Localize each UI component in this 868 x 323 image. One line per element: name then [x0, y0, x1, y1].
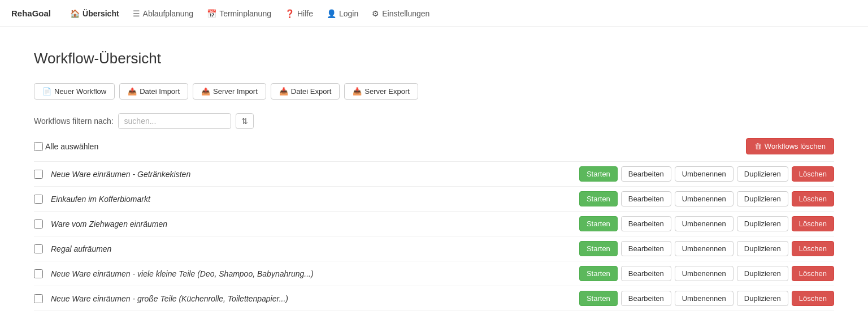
rename-button-3[interactable]: Umbenennen	[675, 216, 734, 231]
workflow-actions-1: Starten Bearbeiten Umbenennen Dupliziere…	[579, 166, 834, 182]
workflow-checkbox-4[interactable]	[34, 244, 43, 253]
workflow-checkbox-6[interactable]	[34, 294, 43, 303]
rename-button-4[interactable]: Umbenennen	[675, 241, 734, 256]
start-button-3[interactable]: Starten	[579, 216, 618, 231]
workflow-checkbox-3[interactable]	[34, 219, 43, 229]
page-title: Workflow-Übersicht	[34, 50, 834, 67]
workflow-item: Einkaufen im Kofferbiomarkt Starten Bear…	[34, 187, 834, 212]
datei-import-icon: 📤	[128, 87, 137, 96]
workflow-name-5: Neue Ware einräumen - viele kleine Teile…	[51, 269, 574, 278]
uebersicht-icon: 🏠	[70, 9, 80, 18]
workflow-name-2: Einkaufen im Kofferbiomarkt	[51, 195, 574, 204]
nav-item-terminplanung[interactable]: 📅Terminplanung	[201, 6, 277, 21]
server-import-button[interactable]: 📤Server Import	[193, 83, 266, 100]
duplicate-button-1[interactable]: Duplizieren	[737, 166, 788, 182]
start-button-4[interactable]: Starten	[579, 241, 618, 256]
workflow-actions-4: Starten Bearbeiten Umbenennen Dupliziere…	[579, 241, 834, 256]
rename-button-1[interactable]: Umbenennen	[675, 166, 734, 182]
toolbar: 📄Neuer Workflow📤Datei Import📤Server Impo…	[34, 83, 834, 100]
workflow-actions-5: Starten Bearbeiten Umbenennen Dupliziere…	[579, 266, 834, 281]
nav-label-login: Login	[339, 9, 358, 18]
nav-label-uebersicht: Übersicht	[83, 9, 119, 18]
select-all-checkbox[interactable]	[34, 142, 43, 151]
workflow-checkbox-2[interactable]	[34, 195, 43, 204]
workflow-name-1: Neue Ware einräumen - Getränkekisten	[51, 170, 574, 179]
start-button-2[interactable]: Starten	[579, 191, 618, 206]
server-export-icon: 📥	[353, 87, 362, 96]
delete-button-6[interactable]: Löschen	[792, 291, 834, 306]
delete-button-2[interactable]: Löschen	[792, 191, 834, 206]
new-workflow-icon: 📄	[42, 87, 51, 96]
duplicate-button-3[interactable]: Duplizieren	[737, 216, 788, 231]
rename-button-6[interactable]: Umbenennen	[675, 291, 734, 306]
delete-all-area: 🗑 Workflows löschen	[746, 138, 834, 154]
datei-export-icon: 📥	[279, 87, 288, 96]
workflow-actions-3: Starten Bearbeiten Umbenennen Dupliziere…	[579, 216, 834, 231]
nav-item-einstellungen[interactable]: ⚙Einstellungen	[366, 6, 435, 21]
brand-logo: RehaGoal	[11, 8, 51, 18]
duplicate-button-6[interactable]: Duplizieren	[737, 291, 788, 306]
workflow-item: Regal aufräumen Starten Bearbeiten Umben…	[34, 236, 834, 261]
rename-button-2[interactable]: Umbenennen	[675, 191, 734, 206]
new-workflow-button[interactable]: 📄Neuer Workflow	[34, 83, 115, 100]
server-export-button[interactable]: 📥Server Export	[344, 83, 418, 100]
edit-button-4[interactable]: Bearbeiten	[621, 241, 671, 256]
einstellungen-icon: ⚙	[372, 9, 379, 18]
search-input[interactable]	[118, 113, 231, 129]
workflow-actions-2: Starten Bearbeiten Umbenennen Dupliziere…	[579, 191, 834, 206]
workflow-item: Ware vom Ziehwagen einräumen Starten Bea…	[34, 212, 834, 236]
delete-button-5[interactable]: Löschen	[792, 266, 834, 281]
workflow-checkbox-5[interactable]	[34, 269, 43, 278]
duplicate-button-5[interactable]: Duplizieren	[737, 266, 788, 281]
nav-item-uebersicht[interactable]: 🏠Übersicht	[64, 6, 125, 21]
trash-icon: 🗑	[754, 142, 762, 150]
hilfe-icon: ❓	[285, 9, 294, 18]
datei-import-button[interactable]: 📤Datei Import	[119, 83, 188, 100]
sort-button[interactable]: ⇅	[236, 113, 254, 129]
delete-all-label: Workflows löschen	[765, 142, 826, 150]
nav-item-ablaufplanung[interactable]: ☰Ablaufplanung	[127, 6, 199, 21]
workflow-actions-6: Starten Bearbeiten Umbenennen Dupliziere…	[579, 291, 834, 306]
duplicate-button-2[interactable]: Duplizieren	[737, 191, 788, 206]
nav-links: 🏠Übersicht☰Ablaufplanung📅Terminplanung❓H…	[64, 6, 437, 21]
filter-label: Workflows filtern nach:	[34, 117, 114, 126]
select-all-row: Alle auswählen 🗑 Workflows löschen	[34, 138, 834, 154]
duplicate-button-4[interactable]: Duplizieren	[737, 241, 788, 256]
datei-export-label: Datei Export	[291, 87, 332, 96]
datei-export-button[interactable]: 📥Datei Export	[271, 83, 340, 100]
nav-label-terminplanung: Terminplanung	[219, 9, 271, 18]
workflow-name-4: Regal aufräumen	[51, 244, 574, 253]
workflow-item: Neue Ware einräumen - große Teile (Küche…	[34, 286, 834, 311]
login-icon: 👤	[327, 9, 336, 18]
filter-row: Workflows filtern nach: ⇅	[34, 113, 834, 129]
delete-button-4[interactable]: Löschen	[792, 241, 834, 256]
workflow-checkbox-1[interactable]	[34, 170, 43, 179]
edit-button-3[interactable]: Bearbeiten	[621, 216, 671, 231]
edit-button-1[interactable]: Bearbeiten	[621, 166, 671, 182]
new-workflow-label: Neuer Workflow	[54, 87, 106, 96]
delete-button-1[interactable]: Löschen	[792, 166, 834, 182]
datei-import-label: Datei Import	[140, 87, 180, 96]
start-button-6[interactable]: Starten	[579, 291, 618, 306]
terminplanung-icon: 📅	[207, 9, 216, 18]
workflow-name-3: Ware vom Ziehwagen einräumen	[51, 219, 574, 229]
server-import-label: Server Import	[213, 87, 258, 96]
main-content: Workflow-Übersicht 📄Neuer Workflow📤Datei…	[0, 27, 868, 323]
edit-button-6[interactable]: Bearbeiten	[621, 291, 671, 306]
edit-button-5[interactable]: Bearbeiten	[621, 266, 671, 281]
start-button-5[interactable]: Starten	[579, 266, 618, 281]
workflow-name-6: Neue Ware einräumen - große Teile (Küche…	[51, 294, 574, 303]
nav-label-einstellungen: Einstellungen	[382, 9, 429, 18]
main-nav: RehaGoal 🏠Übersicht☰Ablaufplanung📅Termin…	[0, 0, 868, 27]
rename-button-5[interactable]: Umbenennen	[675, 266, 734, 281]
ablaufplanung-icon: ☰	[133, 9, 140, 18]
nav-item-hilfe[interactable]: ❓Hilfe	[279, 6, 319, 21]
edit-button-2[interactable]: Bearbeiten	[621, 191, 671, 206]
delete-all-button[interactable]: 🗑 Workflows löschen	[746, 138, 834, 154]
workflow-item: Neue Ware einräumen - viele kleine Teile…	[34, 261, 834, 286]
select-all-label[interactable]: Alle auswählen	[45, 142, 98, 151]
server-import-icon: 📤	[201, 87, 210, 96]
nav-item-login[interactable]: 👤Login	[321, 6, 364, 21]
start-button-1[interactable]: Starten	[579, 166, 618, 182]
delete-button-3[interactable]: Löschen	[792, 216, 834, 231]
